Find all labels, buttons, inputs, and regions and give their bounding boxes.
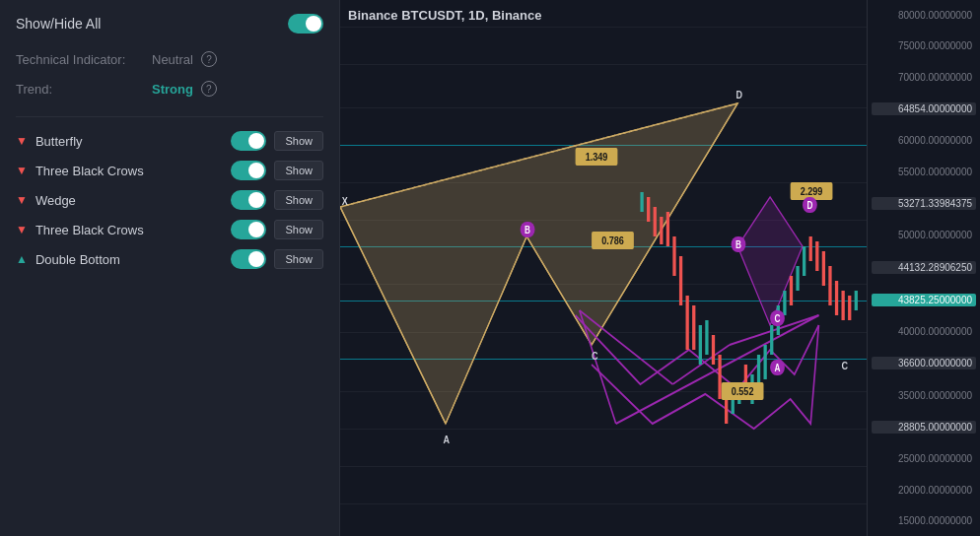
show-hide-label: Show/Hide All (16, 16, 101, 32)
arrow-down-icon: ▼ (16, 223, 28, 236)
pattern-show-btn-1[interactable]: Show (274, 161, 323, 180)
price-label-6: 53271.33984375 (872, 197, 976, 210)
wedge-line-1 (580, 310, 673, 384)
svg-rect-33 (855, 291, 858, 310)
pattern-show-btn-2[interactable]: Show (274, 190, 323, 210)
trend-value: Strong (152, 82, 193, 97)
svg-rect-22 (783, 291, 786, 315)
trend-row: Trend: Strong ? (16, 81, 323, 97)
trend-help-icon[interactable]: ? (201, 81, 217, 97)
pattern-toggle-4[interactable] (231, 249, 266, 269)
arrow-down-icon: ▼ (16, 164, 28, 177)
svg-rect-5 (672, 236, 675, 276)
svg-rect-1 (647, 197, 650, 222)
chart-title: Binance BTCUSDT, 1D, Binance (348, 8, 542, 23)
price-label-7: 50000.00000000 (872, 230, 976, 240)
svg-rect-8 (692, 305, 695, 350)
point-c2-label: C (775, 313, 781, 324)
fib-label-3: 2.299 (801, 185, 823, 197)
arrow-down-icon: ▼ (16, 193, 28, 207)
technical-indicator-help-icon[interactable]: ? (201, 51, 217, 67)
svg-rect-11 (712, 335, 715, 365)
pattern-name-1: Three Black Crows (35, 164, 224, 178)
svg-rect-27 (815, 241, 818, 271)
svg-rect-12 (718, 355, 721, 399)
svg-rect-20 (770, 325, 773, 355)
svg-rect-24 (796, 266, 799, 291)
price-label-4: 60000.00000000 (872, 135, 976, 146)
trend-label: Trend: (16, 82, 144, 97)
pattern-list: ▼ButterflyShow▼Three Black CrowsShow▼Wed… (16, 131, 323, 279)
pattern-show-btn-3[interactable]: Show (274, 220, 323, 239)
chart-svg: 1.349 0.786 2.299 0.552 X A B C D B C D (340, 0, 867, 536)
price-label-9: 43825.25000000 (872, 294, 976, 306)
pattern-name-4: Double Bottom (35, 252, 224, 267)
point-d-label: D (736, 89, 743, 100)
svg-rect-0 (640, 192, 643, 212)
price-label-10: 40000.00000000 (872, 326, 976, 337)
pattern-name-2: Wedge (35, 193, 224, 208)
price-label-13: 28805.00000000 (872, 421, 976, 434)
left-panel: Show/Hide All Technical Indicator: Neutr… (0, 0, 340, 536)
point-d2-label: D (806, 200, 812, 211)
point-x-label: X (342, 195, 348, 207)
point-a2-label: A (775, 363, 781, 373)
point-c-label: C (592, 350, 598, 362)
arrow-down-icon: ▼ (16, 134, 28, 148)
pattern-name-0: Butterfly (35, 134, 224, 149)
fib-label-4: 0.552 (732, 385, 754, 397)
pattern-row-0: ▼ButterflyShow (16, 131, 323, 151)
price-label-5: 55000.00000000 (872, 167, 976, 177)
price-label-15: 20000.00000000 (872, 485, 976, 496)
point-b-label: B (525, 225, 530, 235)
svg-rect-10 (705, 320, 708, 355)
svg-rect-6 (679, 256, 682, 305)
pattern-row-4: ▲Double BottomShow (16, 249, 323, 269)
svg-rect-32 (848, 296, 851, 320)
pattern-row-1: ▼Three Black CrowsShow (16, 161, 323, 180)
price-label-2: 70000.00000000 (872, 72, 976, 83)
show-hide-toggle[interactable] (288, 14, 323, 34)
price-label-16: 15000.00000000 (872, 515, 976, 526)
svg-rect-26 (809, 236, 812, 261)
svg-rect-30 (835, 281, 838, 315)
pattern-name-3: Three Black Crows (35, 223, 224, 237)
divider (16, 116, 323, 117)
pattern-show-btn-0[interactable]: Show (274, 131, 323, 151)
price-label-11: 36600.00000000 (872, 357, 976, 369)
svg-rect-7 (686, 296, 689, 350)
chart-area: Binance BTCUSDT, 1D, Binance (340, 0, 980, 536)
fib-label-1: 1.349 (586, 151, 608, 163)
fib-label-2: 0.786 (601, 234, 624, 246)
price-label-8: 44132.28906250 (872, 261, 976, 274)
pattern-show-btn-4[interactable]: Show (274, 249, 323, 269)
point-c-right-label: C (841, 360, 848, 371)
price-label-1: 75000.00000000 (872, 40, 976, 51)
pattern-row-2: ▼WedgeShow (16, 190, 323, 210)
pattern-toggle-1[interactable] (231, 161, 266, 180)
price-label-12: 35000.00000000 (872, 390, 976, 401)
price-label-14: 25000.00000000 (872, 453, 976, 464)
svg-rect-3 (660, 217, 663, 244)
pattern-toggle-2[interactable] (231, 190, 266, 210)
arrow-up-icon: ▲ (16, 252, 28, 266)
svg-rect-9 (699, 325, 702, 365)
svg-rect-4 (666, 212, 669, 246)
svg-rect-19 (764, 345, 767, 379)
pattern-toggle-3[interactable] (231, 220, 266, 239)
price-axis: 80000.0000000075000.0000000070000.000000… (867, 0, 980, 536)
butterfly-pattern (340, 103, 737, 424)
price-label-0: 80000.00000000 (872, 10, 976, 21)
svg-rect-23 (790, 276, 793, 305)
svg-rect-25 (803, 246, 805, 276)
point-b2-label: B (735, 239, 741, 250)
technical-indicator-label: Technical Indicator: (16, 52, 144, 67)
svg-rect-28 (822, 251, 825, 286)
show-hide-row: Show/Hide All (16, 14, 323, 34)
svg-rect-29 (828, 266, 831, 305)
point-a-label: A (443, 434, 450, 445)
svg-rect-31 (841, 291, 844, 320)
pattern-toggle-0[interactable] (231, 131, 266, 151)
price-label-3: 64854.00000000 (872, 102, 976, 115)
technical-indicator-value: Neutral (152, 52, 193, 67)
